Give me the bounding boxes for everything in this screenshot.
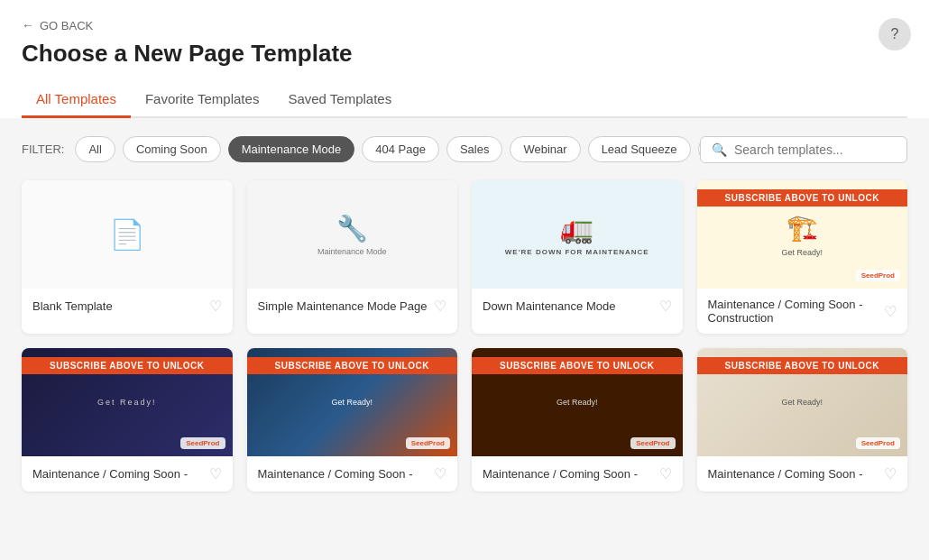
down-for-maintenance-text: WE'RE DOWN FOR MAINTENANCE — [505, 248, 649, 256]
seedprod-logo-cs1: SeedProd — [180, 437, 225, 449]
filter-btn-coming-soon[interactable]: Coming Soon — [123, 136, 221, 162]
tabs: All Templates Favorite Templates Saved T… — [22, 82, 907, 118]
template-preview-cs3: SUBSCRIBE ABOVE TO UNLOCK Get Ready! See… — [472, 348, 683, 456]
cs3-content: Get Ready! — [556, 398, 598, 407]
help-button[interactable]: ? — [878, 18, 911, 50]
template-footer-cs2: Maintenance / Coming Soon - ♡ — [247, 456, 458, 491]
template-card-simple-maintenance[interactable]: 🔧 Maintenance Mode Simple Maintenance Mo… — [247, 180, 458, 334]
template-footer-blank: Blank Template ♡ — [22, 289, 233, 324]
template-preview-cs4: SUBSCRIBE ABOVE TO UNLOCK Get Ready! See… — [697, 348, 908, 456]
subscribe-banner-cs4: SUBSCRIBE ABOVE TO UNLOCK — [697, 357, 908, 374]
filter-btn-lead-squeeze[interactable]: Lead Squeeze — [588, 136, 691, 162]
help-icon: ? — [891, 26, 899, 42]
go-back-link[interactable]: ← GO BACK — [22, 18, 907, 32]
template-footer-cs1: Maintenance / Coming Soon - ♡ — [22, 456, 233, 491]
cs1-label: Get Ready! — [97, 398, 157, 407]
get-ready-construction: Get Ready! — [781, 248, 823, 257]
subscribe-banner-cs1: SUBSCRIBE ABOVE TO UNLOCK — [22, 357, 233, 374]
seedprod-logo-construction: SeedProd — [856, 270, 900, 281]
go-back-arrow-icon: ← — [22, 18, 34, 32]
filter-btn-all[interactable]: All — [75, 136, 115, 162]
tab-saved-templates[interactable]: Saved Templates — [273, 82, 406, 118]
favorite-btn-simple-maintenance[interactable]: ♡ — [434, 298, 446, 315]
template-card-cs4[interactable]: SUBSCRIBE ABOVE TO UNLOCK Get Ready! See… — [697, 348, 908, 491]
template-preview-blank: 📄 — [22, 180, 233, 289]
template-footer-construction: Maintenance / Coming Soon - Construction… — [697, 289, 908, 334]
tab-all-templates[interactable]: All Templates — [22, 82, 131, 118]
template-preview-simple-maintenance: 🔧 Maintenance Mode — [247, 180, 458, 289]
filter-btn-webinar[interactable]: Webinar — [510, 136, 580, 162]
truck-scene: 🚛 WE'RE DOWN FOR MAINTENANCE — [505, 213, 649, 256]
cs1-content: Get Ready! — [97, 398, 157, 407]
seedprod-logo-cs2: SeedProd — [406, 437, 450, 449]
template-name-simple-maintenance: Simple Maintenance Mode Page — [258, 299, 428, 313]
template-name-cs3: Maintenance / Coming Soon - — [483, 467, 638, 481]
template-name-cs2: Maintenance / Coming Soon - — [258, 467, 413, 481]
search-input[interactable] — [734, 142, 896, 157]
maintenance-preview-content: 🔧 Maintenance Mode — [317, 214, 387, 256]
template-card-down-maintenance[interactable]: 🚛 WE'RE DOWN FOR MAINTENANCE Down Mainte… — [472, 180, 683, 334]
favorite-btn-construction[interactable]: ♡ — [884, 303, 897, 320]
template-preview-down-maintenance: 🚛 WE'RE DOWN FOR MAINTENANCE — [472, 180, 683, 289]
template-card-cs2[interactable]: SUBSCRIBE ABOVE TO UNLOCK Get Ready! See… — [247, 348, 458, 491]
cs4-label: Get Ready! — [781, 398, 823, 407]
favorite-btn-cs1[interactable]: ♡ — [209, 465, 222, 482]
cs2-label: Get Ready! — [331, 398, 373, 407]
wrench-icon: 🔧 — [336, 214, 368, 243]
seedprod-logo-cs3: SeedProd — [630, 437, 675, 449]
favorite-btn-cs3[interactable]: ♡ — [659, 465, 672, 482]
favorite-btn-down-maintenance[interactable]: ♡ — [659, 298, 672, 315]
favorite-btn-cs2[interactable]: ♡ — [434, 465, 446, 482]
template-footer-cs4: Maintenance / Coming Soon - ♡ — [697, 456, 908, 491]
template-preview-construction: SUBSCRIBE ABOVE TO UNLOCK 🏗️ Get Ready! … — [697, 180, 908, 289]
header-actions: ? — [878, 18, 911, 50]
template-preview-cs1: SUBSCRIBE ABOVE TO UNLOCK Get Ready! See… — [22, 348, 233, 456]
favorite-btn-cs4[interactable]: ♡ — [884, 465, 897, 482]
blank-file-icon: 📄 — [109, 217, 145, 252]
main-content: FILTER: All Coming Soon Maintenance Mode… — [0, 118, 929, 510]
search-icon: 🔍 — [712, 142, 727, 157]
template-card-construction[interactable]: SUBSCRIBE ABOVE TO UNLOCK 🏗️ Get Ready! … — [697, 180, 908, 334]
page-title: Choose a New Page Template — [22, 40, 907, 68]
templates-grid: 📄 Blank Template ♡ 🔧 Maintenance Mode Si… — [22, 180, 907, 491]
template-footer-cs3: Maintenance / Coming Soon - ♡ — [472, 456, 683, 491]
template-name-cs1: Maintenance / Coming Soon - — [32, 467, 188, 481]
tab-favorite-templates[interactable]: Favorite Templates — [131, 82, 273, 118]
cs3-label: Get Ready! — [556, 398, 598, 407]
cs4-content: Get Ready! — [781, 398, 823, 407]
construction-icon: 🏗️ — [786, 213, 818, 243]
template-preview-cs2: SUBSCRIBE ABOVE TO UNLOCK Get Ready! See… — [247, 348, 458, 456]
template-name-construction: Maintenance / Coming Soon - Construction — [708, 298, 885, 325]
template-name-down-maintenance: Down Maintenance Mode — [483, 299, 615, 313]
maintenance-mode-label: Maintenance Mode — [317, 247, 387, 256]
filter-label: FILTER: — [22, 142, 64, 156]
favorite-btn-blank[interactable]: ♡ — [209, 298, 222, 315]
search-box[interactable]: 🔍 — [700, 136, 907, 163]
header: ← GO BACK Choose a New Page Template All… — [0, 0, 929, 118]
construction-scene: 🏗️ Get Ready! — [781, 213, 823, 257]
template-footer-simple-maintenance: Simple Maintenance Mode Page ♡ — [247, 289, 458, 324]
template-card-cs1[interactable]: SUBSCRIBE ABOVE TO UNLOCK Get Ready! See… — [22, 348, 233, 491]
seedprod-logo-cs4: SeedProd — [856, 437, 900, 449]
subscribe-banner-cs2: SUBSCRIBE ABOVE TO UNLOCK — [247, 357, 458, 374]
template-name-blank: Blank Template — [32, 299, 113, 313]
filter-btn-sales[interactable]: Sales — [446, 136, 503, 162]
cs2-content: Get Ready! — [331, 398, 373, 407]
filter-btn-maintenance-mode[interactable]: Maintenance Mode — [228, 136, 355, 162]
template-card-cs3[interactable]: SUBSCRIBE ABOVE TO UNLOCK Get Ready! See… — [472, 348, 683, 491]
subscribe-banner-construction: SUBSCRIBE ABOVE TO UNLOCK — [697, 189, 908, 207]
template-footer-down-maintenance: Down Maintenance Mode ♡ — [472, 289, 683, 324]
filter-btn-404-page[interactable]: 404 Page — [362, 136, 439, 162]
template-name-cs4: Maintenance / Coming Soon - — [708, 467, 863, 481]
template-card-blank[interactable]: 📄 Blank Template ♡ — [22, 180, 233, 334]
subscribe-banner-cs3: SUBSCRIBE ABOVE TO UNLOCK — [472, 357, 683, 374]
go-back-label: GO BACK — [40, 19, 93, 32]
truck-icon: 🚛 — [560, 213, 593, 244]
